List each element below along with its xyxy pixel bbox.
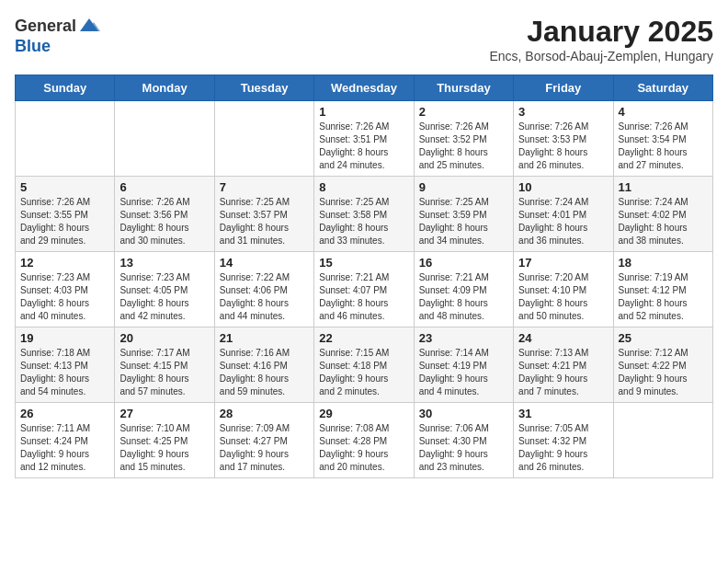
day-info: Sunrise: 7:15 AM Sunset: 4:18 PM Dayligh… [319,347,408,398]
calendar-cell: 11Sunrise: 7:24 AM Sunset: 4:02 PM Dayli… [613,177,712,252]
calendar-cell: 10Sunrise: 7:24 AM Sunset: 4:01 PM Dayli… [514,177,613,252]
calendar-week-row: 19Sunrise: 7:18 AM Sunset: 4:13 PM Dayli… [16,327,713,403]
weekday-header-thursday: Thursday [414,75,513,101]
calendar-cell: 3Sunrise: 7:26 AM Sunset: 3:53 PM Daylig… [514,101,613,177]
day-info: Sunrise: 7:13 AM Sunset: 4:21 PM Dayligh… [518,347,608,398]
day-number: 31 [518,407,608,420]
day-number: 12 [20,256,109,270]
day-number: 11 [619,180,708,194]
day-number: 4 [619,105,708,119]
day-number: 6 [119,180,209,194]
day-number: 17 [518,256,608,270]
day-info: Sunrise: 7:21 AM Sunset: 4:07 PM Dayligh… [319,271,408,323]
day-number: 15 [319,256,408,270]
day-number: 13 [119,256,209,270]
day-number: 16 [419,256,508,270]
weekday-header-tuesday: Tuesday [214,75,313,101]
day-number: 23 [419,331,508,345]
day-number: 19 [20,331,109,345]
calendar-cell: 6Sunrise: 7:26 AM Sunset: 3:56 PM Daylig… [115,177,214,252]
weekday-header-saturday: Saturday [613,75,712,101]
calendar-cell: 31Sunrise: 7:05 AM Sunset: 4:32 PM Dayli… [514,403,613,478]
day-number: 5 [20,180,109,194]
day-info: Sunrise: 7:20 AM Sunset: 4:10 PM Dayligh… [518,271,608,323]
calendar-cell: 16Sunrise: 7:21 AM Sunset: 4:09 PM Dayli… [414,252,513,327]
day-number: 30 [419,407,508,420]
month-title: January 2025 [489,15,713,49]
calendar-cell: 23Sunrise: 7:14 AM Sunset: 4:19 PM Dayli… [414,327,513,403]
calendar-cell: 14Sunrise: 7:22 AM Sunset: 4:06 PM Dayli… [214,252,313,327]
day-info: Sunrise: 7:24 AM Sunset: 4:01 PM Dayligh… [518,196,608,247]
day-number: 18 [619,256,708,270]
calendar-cell: 4Sunrise: 7:26 AM Sunset: 3:54 PM Daylig… [613,101,712,177]
day-info: Sunrise: 7:26 AM Sunset: 3:55 PM Dayligh… [20,196,109,247]
day-info: Sunrise: 7:26 AM Sunset: 3:51 PM Dayligh… [319,121,408,172]
calendar-cell: 28Sunrise: 7:09 AM Sunset: 4:27 PM Dayli… [214,403,313,478]
day-info: Sunrise: 7:25 AM Sunset: 3:58 PM Dayligh… [319,196,408,247]
calendar-cell: 21Sunrise: 7:16 AM Sunset: 4:16 PM Dayli… [214,327,313,403]
weekday-header-friday: Friday [514,75,613,101]
calendar-cell: 27Sunrise: 7:10 AM Sunset: 4:25 PM Dayli… [115,403,214,478]
day-info: Sunrise: 7:12 AM Sunset: 4:22 PM Dayligh… [619,347,708,398]
calendar-table: SundayMondayTuesdayWednesdayThursdayFrid… [15,75,713,478]
day-info: Sunrise: 7:26 AM Sunset: 3:54 PM Dayligh… [619,121,708,172]
calendar-cell: 12Sunrise: 7:23 AM Sunset: 4:03 PM Dayli… [16,252,115,327]
calendar-week-row: 5Sunrise: 7:26 AM Sunset: 3:55 PM Daylig… [16,177,713,252]
calendar-cell: 22Sunrise: 7:15 AM Sunset: 4:18 PM Dayli… [314,327,414,403]
day-info: Sunrise: 7:26 AM Sunset: 3:53 PM Dayligh… [518,121,608,172]
day-info: Sunrise: 7:10 AM Sunset: 4:25 PM Dayligh… [119,422,209,474]
title-section: January 2025 Encs, Borsod-Abauj-Zemplen,… [489,15,713,63]
day-number: 22 [319,331,408,345]
calendar-cell: 19Sunrise: 7:18 AM Sunset: 4:13 PM Dayli… [16,327,115,403]
day-info: Sunrise: 7:25 AM Sunset: 3:57 PM Dayligh… [220,196,309,247]
calendar-cell: 5Sunrise: 7:26 AM Sunset: 3:55 PM Daylig… [16,177,115,252]
calendar-cell: 17Sunrise: 7:20 AM Sunset: 4:10 PM Dayli… [514,252,613,327]
day-info: Sunrise: 7:17 AM Sunset: 4:15 PM Dayligh… [119,347,209,398]
day-info: Sunrise: 7:19 AM Sunset: 4:12 PM Dayligh… [619,271,708,323]
logo-general-text: General [15,17,76,36]
calendar-cell: 24Sunrise: 7:13 AM Sunset: 4:21 PM Dayli… [514,327,613,403]
calendar-cell: 29Sunrise: 7:08 AM Sunset: 4:28 PM Dayli… [314,403,414,478]
calendar-cell: 15Sunrise: 7:21 AM Sunset: 4:07 PM Dayli… [314,252,414,327]
weekday-header-monday: Monday [115,75,214,101]
calendar-cell: 8Sunrise: 7:25 AM Sunset: 3:58 PM Daylig… [314,177,414,252]
day-number: 21 [220,331,309,345]
logo: General Blue [15,15,100,56]
day-info: Sunrise: 7:25 AM Sunset: 3:59 PM Dayligh… [419,196,508,247]
day-info: Sunrise: 7:06 AM Sunset: 4:30 PM Dayligh… [419,422,508,474]
day-number: 28 [220,407,309,420]
calendar-cell [16,101,115,177]
day-number: 7 [220,180,309,194]
calendar-cell [214,101,313,177]
calendar-cell: 20Sunrise: 7:17 AM Sunset: 4:15 PM Dayli… [115,327,214,403]
day-number: 24 [518,331,608,345]
day-number: 8 [319,180,408,194]
day-info: Sunrise: 7:14 AM Sunset: 4:19 PM Dayligh… [419,347,508,398]
day-info: Sunrise: 7:21 AM Sunset: 4:09 PM Dayligh… [419,271,508,323]
day-info: Sunrise: 7:24 AM Sunset: 4:02 PM Dayligh… [619,196,708,247]
weekday-header-row: SundayMondayTuesdayWednesdayThursdayFrid… [16,75,713,101]
day-number: 1 [319,105,408,119]
day-number: 14 [220,256,309,270]
logo-blue-text: Blue [15,37,51,55]
calendar-cell [115,101,214,177]
day-info: Sunrise: 7:08 AM Sunset: 4:28 PM Dayligh… [319,422,408,474]
weekday-header-sunday: Sunday [16,75,115,101]
day-info: Sunrise: 7:23 AM Sunset: 4:03 PM Dayligh… [20,271,109,323]
calendar-cell: 26Sunrise: 7:11 AM Sunset: 4:24 PM Dayli… [16,403,115,478]
day-number: 26 [20,407,109,420]
day-info: Sunrise: 7:22 AM Sunset: 4:06 PM Dayligh… [220,271,309,323]
calendar-cell: 1Sunrise: 7:26 AM Sunset: 3:51 PM Daylig… [314,101,414,177]
calendar-week-row: 12Sunrise: 7:23 AM Sunset: 4:03 PM Dayli… [16,252,713,327]
day-info: Sunrise: 7:09 AM Sunset: 4:27 PM Dayligh… [220,422,309,474]
calendar-cell: 30Sunrise: 7:06 AM Sunset: 4:30 PM Dayli… [414,403,513,478]
calendar-cell: 13Sunrise: 7:23 AM Sunset: 4:05 PM Dayli… [115,252,214,327]
day-number: 3 [518,105,608,119]
calendar-cell: 9Sunrise: 7:25 AM Sunset: 3:59 PM Daylig… [414,177,513,252]
day-number: 10 [518,180,608,194]
calendar-cell: 7Sunrise: 7:25 AM Sunset: 3:57 PM Daylig… [214,177,313,252]
day-info: Sunrise: 7:16 AM Sunset: 4:16 PM Dayligh… [220,347,309,398]
day-number: 2 [419,105,508,119]
logo-icon [78,15,100,37]
weekday-header-wednesday: Wednesday [314,75,414,101]
